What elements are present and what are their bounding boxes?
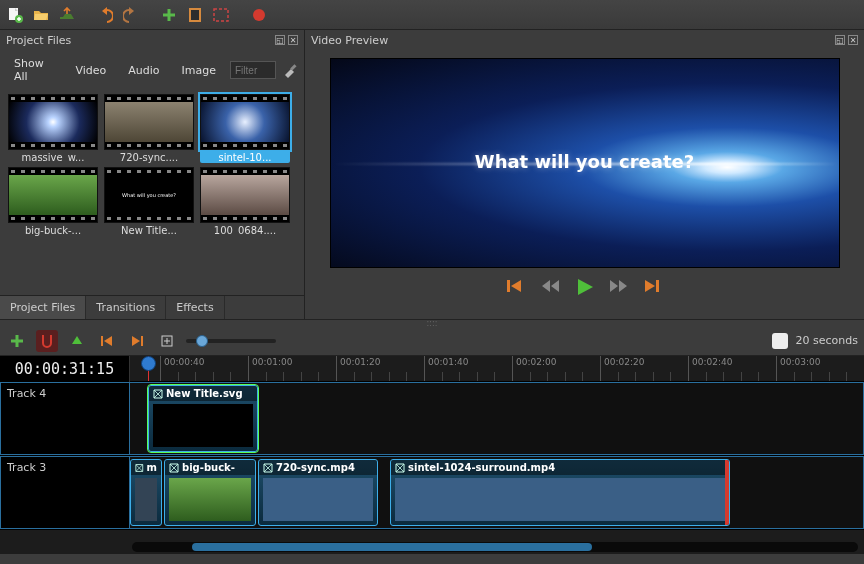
lower-tabs: Project Files Transitions Effects	[0, 295, 304, 319]
fast-forward-button[interactable]	[609, 278, 629, 299]
zoom-label: 20 seconds	[796, 334, 858, 347]
next-marker-button[interactable]	[126, 330, 148, 352]
center-playhead-button[interactable]	[156, 330, 178, 352]
ruler-tick: 00:01:40	[424, 356, 471, 381]
svg-rect-8	[656, 280, 659, 292]
clear-filter-icon[interactable]	[282, 61, 298, 79]
thumb-label: 720-sync....	[104, 150, 194, 163]
track-header[interactable]: Track 3	[0, 456, 130, 529]
track-lane[interactable]: New Title.svg	[130, 382, 864, 455]
snapping-button[interactable]	[36, 330, 58, 352]
timecode-display[interactable]: 00:00:31:15	[0, 356, 130, 382]
timeline-clip[interactable]: New Title.svg	[148, 385, 258, 452]
thumb-label: big-buck-...	[8, 223, 98, 236]
detach-panel-icon[interactable]: ◱	[275, 35, 285, 45]
new-project-button[interactable]	[4, 4, 26, 26]
transport-controls	[507, 268, 663, 303]
export-video-button[interactable]	[248, 4, 270, 26]
play-button[interactable]	[575, 278, 595, 299]
filter-audio[interactable]: Audio	[120, 61, 167, 80]
project-file-item[interactable]: 720-sync....	[104, 94, 194, 163]
timeline-scrollbar[interactable]	[132, 542, 858, 552]
project-file-item[interactable]: massive_w...	[8, 94, 98, 163]
clip-label: New Title.svg	[166, 388, 243, 399]
project-file-item[interactable]: What will you create? New Title...	[104, 167, 194, 236]
timeline-track: Track 4 New Title.svg	[0, 382, 864, 456]
filter-show-all[interactable]: Show All	[6, 54, 61, 86]
thumb-label: sintel-10...	[200, 150, 290, 163]
svg-rect-7	[507, 280, 510, 292]
tab-effects[interactable]: Effects	[166, 296, 224, 319]
svg-rect-10	[141, 336, 143, 346]
svg-rect-9	[101, 336, 103, 346]
save-project-button[interactable]	[56, 4, 78, 26]
timeline-clip[interactable]: sintel-1024-surround.mp4	[390, 459, 730, 526]
project-file-item[interactable]: sintel-10...	[200, 94, 290, 163]
track-header[interactable]: Track 4	[0, 382, 130, 455]
clip-label: m	[147, 462, 157, 473]
main-split: Project Files ◱ ✕ Show All Video Audio I…	[0, 30, 864, 320]
project-files-title: Project Files	[6, 34, 71, 47]
preview-body: What will you create?	[305, 50, 864, 319]
video-preview-title: Video Preview	[311, 34, 388, 47]
add-track-button[interactable]	[6, 330, 28, 352]
import-files-button[interactable]	[158, 4, 180, 26]
ruler-tick: 00:03:00	[776, 356, 823, 381]
svg-rect-3	[191, 10, 199, 20]
main-toolbar	[0, 0, 864, 30]
preview-overlay-text: What will you create?	[331, 151, 839, 172]
ruler-tick: 00:02:40	[688, 356, 735, 381]
rewind-button[interactable]	[541, 278, 561, 299]
project-files-panel: Project Files ◱ ✕ Show All Video Audio I…	[0, 30, 305, 319]
preview-screen[interactable]: What will you create?	[330, 58, 840, 268]
tab-transitions[interactable]: Transitions	[86, 296, 166, 319]
svg-rect-4	[214, 9, 228, 21]
ruler-tick: 00:02:20	[600, 356, 647, 381]
zoom-slider[interactable]	[186, 339, 276, 343]
timeline-clip[interactable]: big-buck-	[164, 459, 256, 526]
project-file-item[interactable]: 100_0684....	[200, 167, 290, 236]
ance-at-indplaneseconds-icon[interactable]	[772, 333, 788, 349]
timeline-ruler[interactable]: 00:00:31:15 00:00:4000:01:0000:01:2000:0…	[0, 356, 864, 382]
timeline-clip[interactable]: m	[130, 459, 162, 526]
open-project-button[interactable]	[30, 4, 52, 26]
video-preview-panel: Video Preview ◱ ✕ What will you create?	[305, 30, 864, 319]
project-files-header: Project Files ◱ ✕	[0, 30, 304, 50]
ruler-tick: 00:00:40	[160, 356, 207, 381]
tab-project-files[interactable]: Project Files	[0, 296, 86, 319]
choose-profile-button[interactable]	[184, 4, 206, 26]
thumb-label: New Title...	[104, 223, 194, 236]
close-preview-icon[interactable]: ✕	[848, 35, 858, 45]
filter-video[interactable]: Video	[67, 61, 114, 80]
project-files-grid: massive_w... 720-sync.... sintel-10... b…	[0, 90, 304, 295]
thumb-label: massive_w...	[8, 150, 98, 163]
track-lane[interactable]: m big-buck- 720-sync.mp4 sintel-1024-sur…	[130, 456, 864, 529]
filter-image[interactable]: Image	[174, 61, 224, 80]
project-files-filter-bar: Show All Video Audio Image	[0, 50, 304, 90]
razor-menu-button[interactable]	[66, 330, 88, 352]
timeline-track: Track 3 m big-buck- 720-sync.mp4 sintel-…	[0, 456, 864, 530]
ruler-tick: 00:01:20	[336, 356, 383, 381]
playhead[interactable]	[148, 356, 149, 381]
timeline-clip[interactable]: 720-sync.mp4	[258, 459, 378, 526]
clip-label: sintel-1024-surround.mp4	[408, 462, 555, 473]
close-panel-icon[interactable]: ✕	[288, 35, 298, 45]
ruler-tick: 00:01:00	[248, 356, 295, 381]
undo-button[interactable]	[94, 4, 116, 26]
timeline-tracks: Track 4 New Title.svg Track 3 m big-buck…	[0, 382, 864, 554]
jump-end-button[interactable]	[643, 278, 663, 299]
project-file-item[interactable]: big-buck-...	[8, 167, 98, 236]
video-preview-header: Video Preview ◱ ✕	[305, 30, 864, 50]
previous-marker-button[interactable]	[96, 330, 118, 352]
timeline-toolbar: 20 seconds	[0, 326, 864, 356]
filter-input[interactable]	[230, 61, 276, 79]
ruler-tick: 00:02:00	[512, 356, 559, 381]
svg-point-5	[253, 9, 265, 21]
clip-label: 720-sync.mp4	[276, 462, 355, 473]
jump-start-button[interactable]	[507, 278, 527, 299]
clip-label: big-buck-	[182, 462, 235, 473]
redo-button[interactable]	[120, 4, 142, 26]
fullscreen-button[interactable]	[210, 4, 232, 26]
thumb-label: 100_0684....	[200, 223, 290, 236]
detach-preview-icon[interactable]: ◱	[835, 35, 845, 45]
